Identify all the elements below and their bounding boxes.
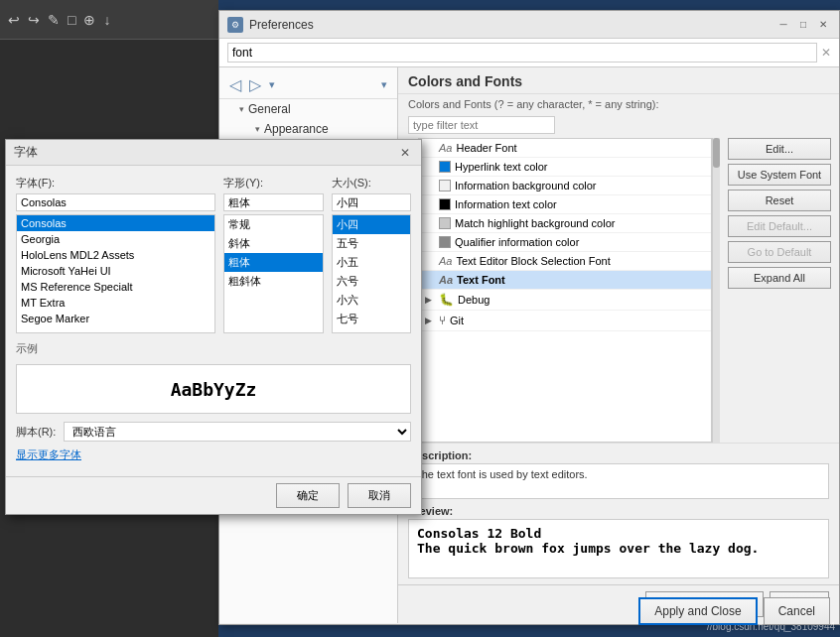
preferences-titlebar: ⚙ Preferences ─ □ ✕ (219, 11, 839, 39)
font-name-column: 字体(F): Consolas Georgia HoloLens MDL2 As… (16, 176, 215, 333)
color-swatch-qualifier (439, 236, 451, 248)
aa-icon: Aa (439, 142, 452, 154)
nav-menu-icon[interactable]: ▾ (379, 76, 389, 93)
font-size-item-xiaosi[interactable]: 小四 (333, 215, 410, 234)
use-system-font-button[interactable]: Use System Font (728, 164, 831, 186)
preview-line2: The quick brown fox jumps over the lazy … (417, 541, 820, 556)
nav-forward-dropdown-icon[interactable]: ▷ (247, 73, 263, 96)
font-size-item-wuhao[interactable]: 五号 (333, 234, 410, 253)
cancel-button-bottom[interactable]: Cancel (764, 597, 830, 625)
tree-item-block-selection-font[interactable]: Aa Text Editor Block Selection Font (419, 252, 711, 271)
right-header: Colors and Fonts (398, 67, 839, 94)
prefs-content-area: Aa Header Font Hyperlink text color (398, 138, 839, 443)
tree-item-match-highlight[interactable]: Match highlight background color (419, 214, 711, 233)
aa-icon-block: Aa (439, 255, 452, 267)
font-name-input[interactable] (16, 193, 215, 211)
edit-icon[interactable]: ✎ (48, 12, 60, 28)
font-list-item-segoe[interactable]: Segoe Marker (17, 311, 214, 326)
undo-icon[interactable]: ↩ (8, 12, 20, 28)
tree-label-git: Git (450, 315, 464, 326)
font-script-select[interactable]: 西欧语言 (64, 422, 411, 442)
tree-label-info-text: Information text color (455, 198, 557, 210)
font-script-label: 脚本(R): (16, 425, 56, 440)
tree-scrollbar[interactable] (712, 138, 720, 443)
font-list-item-ms-ref[interactable]: MS Reference Specialt (17, 279, 214, 295)
edit-default-button[interactable]: Edit Default... (728, 215, 831, 237)
font-style-item-bold-italic[interactable]: 粗斜体 (224, 272, 323, 291)
nav-item-general[interactable]: ▾ General (219, 99, 397, 119)
font-sample-text: AaBbYyZz (171, 379, 257, 400)
globe-icon[interactable]: ⊕ (83, 12, 95, 28)
search-input[interactable] (227, 43, 817, 63)
apply-and-close-button[interactable]: Apply and Close (638, 597, 757, 625)
tree-label-block-selection: Text Editor Block Selection Font (456, 255, 610, 267)
font-cancel-button[interactable]: 取消 (348, 483, 411, 508)
font-style-item-regular[interactable]: 常规 (224, 215, 323, 234)
aa-icon-text-font: Aa (439, 274, 453, 286)
font-dialog-body: 字体(F): Consolas Georgia HoloLens MDL2 As… (6, 166, 421, 476)
tree-arrow-git: ▶ (425, 316, 435, 325)
preferences-right-panel: Colors and Fonts Colors and Fonts (? = a… (398, 67, 839, 623)
font-list-item-ms-yahei[interactable]: Microsoft YaHei UI (17, 263, 214, 279)
download-icon[interactable]: ↓ (103, 12, 110, 28)
filter-label: Colors and Fonts (? = any character, * =… (408, 98, 659, 110)
window-controls: ─ □ ✕ (775, 17, 831, 33)
font-list-item-hololens[interactable]: HoloLens MDL2 Assets (17, 247, 214, 263)
reset-button[interactable]: Reset (728, 190, 831, 211)
font-name-list[interactable]: Consolas Georgia HoloLens MDL2 Assets Mi… (16, 214, 215, 333)
go-to-default-button[interactable]: Go to Default (728, 241, 831, 263)
tree-item-info-bg-color[interactable]: Information background color (419, 177, 711, 195)
nav-item-appearance[interactable]: ▾ Appearance (219, 119, 397, 139)
font-ok-button[interactable]: 确定 (276, 483, 340, 508)
edit-button[interactable]: Edit... (728, 138, 831, 160)
font-style-item-italic[interactable]: 斜体 (224, 234, 323, 253)
editor-content (0, 40, 218, 56)
nav-toolbar: ◁ ▷ ▾ ▾ (219, 71, 397, 99)
font-size-input[interactable] (332, 193, 411, 211)
right-title: Colors and Fonts (408, 73, 829, 89)
font-style-list[interactable]: 常规 斜体 粗体 粗斜体 (223, 214, 324, 333)
preview-label: Preview: (408, 505, 829, 517)
tree-item-hyperlink-color[interactable]: Hyperlink text color (419, 158, 711, 177)
tree-item-qualifier-color[interactable]: Qualifier information color (419, 233, 711, 252)
tree-item-debug[interactable]: ▶ 🐛 Debug (419, 290, 711, 311)
nav-arrow-general: ▾ (239, 104, 244, 114)
font-size-list[interactable]: 小四 五号 小五 六号 小六 七号 八号 (332, 214, 411, 333)
tree-label-hyperlink: Hyperlink text color (455, 161, 548, 173)
tree-item-git[interactable]: ▶ ⑂ Git (419, 311, 711, 331)
font-list-item-georgia[interactable]: Georgia (17, 231, 214, 247)
font-dialog-close-button[interactable]: ✕ (397, 145, 413, 161)
font-size-item-liuhao[interactable]: 六号 (333, 272, 410, 291)
action-buttons-panel: Edit... Use System Font Reset Edit Defau… (720, 138, 839, 443)
font-sample-box: AaBbYyZz (16, 364, 411, 414)
font-list-item-consolas[interactable]: Consolas (17, 215, 214, 231)
font-size-item-xiaoliu[interactable]: 小六 (333, 291, 410, 310)
maximize-button[interactable]: □ (795, 17, 811, 33)
preview-line1: Consolas 12 Bold (417, 526, 820, 541)
tree-item-header-font[interactable]: Aa Header Font (419, 139, 711, 158)
nav-back-icon[interactable]: ◁ (227, 73, 243, 96)
save-icon[interactable]: □ (68, 12, 75, 28)
font-style-item-bold[interactable]: 粗体 (224, 253, 323, 272)
expand-all-button[interactable]: Expand All (728, 267, 831, 289)
preferences-title: Preferences (249, 18, 770, 32)
clear-search-icon[interactable]: ✕ (821, 46, 831, 60)
sample-label: 示例 (16, 341, 411, 356)
tree-item-info-text-color[interactable]: Information text color (419, 195, 711, 214)
font-size-item-xiaowu[interactable]: 小五 (333, 253, 410, 272)
font-size-item-qihao[interactable]: 七号 (333, 310, 410, 328)
minimize-button[interactable]: ─ (775, 17, 791, 33)
tree-label-text-font: Text Font (457, 274, 505, 286)
close-button[interactable]: ✕ (815, 17, 831, 33)
font-settings-tree: Aa Header Font Hyperlink text color (418, 138, 712, 443)
bottom-action-buttons: Apply and Close Cancel (638, 597, 830, 625)
font-size-item-bahao[interactable]: 八号 (333, 328, 410, 333)
redo-icon[interactable]: ↪ (28, 12, 40, 28)
font-list-item-mt-extra[interactable]: MT Extra (17, 295, 214, 311)
tree-item-text-font[interactable]: Aa Text Font (419, 271, 711, 290)
color-swatch-match-highlight (439, 217, 451, 229)
more-fonts-link[interactable]: 显示更多字体 (16, 447, 411, 462)
filter-input[interactable] (408, 116, 555, 134)
font-style-input[interactable] (223, 193, 324, 211)
nav-dropdown-icon[interactable]: ▾ (267, 76, 277, 93)
